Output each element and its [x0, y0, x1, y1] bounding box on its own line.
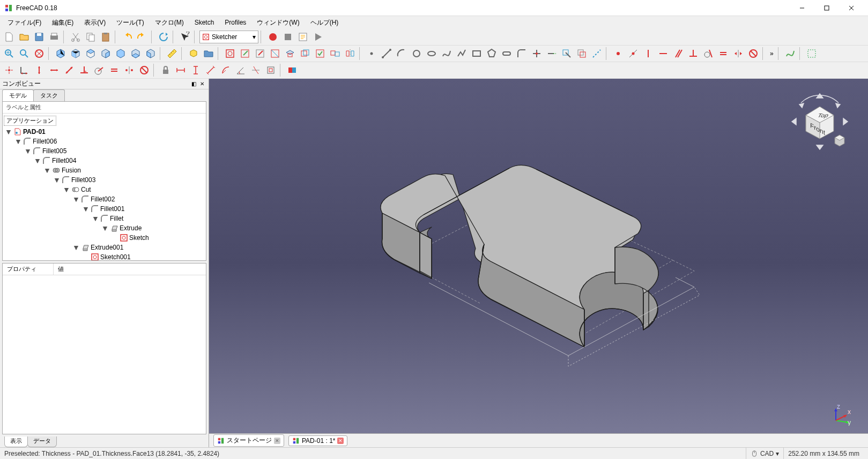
tree-twisty-icon[interactable]: ⯆	[24, 148, 32, 154]
constraint-internal-button[interactable]	[264, 63, 278, 77]
paste-button[interactable]	[99, 30, 113, 44]
sketch-merge-button[interactable]	[328, 47, 342, 61]
tree-application[interactable]: アプリケーション	[4, 116, 56, 126]
print-button[interactable]	[47, 30, 61, 44]
macro-play-button[interactable]	[311, 30, 325, 44]
constraint-sym-dim-button[interactable]	[122, 63, 136, 77]
toolbar-overflow-icon[interactable]: »	[768, 50, 776, 57]
redo-button[interactable]	[135, 30, 149, 44]
tree-item-cut[interactable]: ⯆Cut	[3, 185, 206, 194]
constraint-hdist-button[interactable]	[17, 63, 31, 77]
measure-button[interactable]	[165, 47, 179, 61]
constraint-vdistx-button[interactable]	[189, 63, 203, 77]
constraint-radius-dim-button[interactable]	[92, 63, 106, 77]
constraint-radius-button[interactable]	[219, 63, 233, 77]
tree-twisty-icon[interactable]: ⯆	[5, 129, 12, 135]
constraint-vertical-button[interactable]	[641, 47, 655, 61]
constraint-lock-dim-button[interactable]	[2, 63, 16, 77]
geom-arc-button[interactable]	[395, 47, 409, 61]
3d-model[interactable]	[351, 116, 726, 383]
cut-button[interactable]	[69, 30, 83, 44]
save-button[interactable]	[32, 30, 46, 44]
constraint-equal-button[interactable]	[716, 47, 730, 61]
menu-help[interactable]: ヘルプ(H)	[305, 17, 344, 28]
tree-item-extrude001[interactable]: ⯆Extrude001	[3, 243, 206, 252]
constraint-horizontal-button[interactable]	[656, 47, 670, 61]
geom-trim-button[interactable]	[530, 47, 544, 61]
tree-twisty-icon[interactable]: ⯆	[72, 245, 80, 251]
maximize-button[interactable]	[814, 0, 839, 16]
constraint-angle-button[interactable]	[234, 63, 248, 77]
geom-conic-button[interactable]	[425, 47, 439, 61]
tree-twisty-icon[interactable]: ⯆	[72, 197, 80, 202]
new-file-button[interactable]	[2, 30, 16, 44]
dock-float-button[interactable]: ◧	[189, 80, 198, 88]
sketch-mirror-button[interactable]	[343, 47, 357, 61]
bottom-view-button[interactable]	[129, 47, 143, 61]
constraint-distance-button[interactable]	[204, 63, 218, 77]
tree-twisty-icon[interactable]: ⯆	[34, 158, 41, 164]
constraint-block-button[interactable]	[746, 47, 760, 61]
constraint-point-on-button[interactable]	[626, 47, 640, 61]
constraint-perp-dim-button[interactable]	[77, 63, 91, 77]
tree-view[interactable]: ラベルと属性 アプリケーション ⯆ PAD-01 ⯆Fillet006⯆Fill…	[2, 101, 206, 261]
geom-construction-button[interactable]	[590, 47, 604, 61]
workbench-selector[interactable]: Sketcher ▾	[199, 31, 258, 43]
group-create-button[interactable]	[202, 47, 216, 61]
tree-doc-root[interactable]: ⯆ PAD-01	[3, 127, 206, 137]
navigation-cube[interactable]: Top Front	[788, 89, 852, 154]
geom-circle-button[interactable]	[410, 47, 424, 61]
close-button[interactable]	[839, 0, 864, 16]
tree-twisty-icon[interactable]: ⯆	[43, 168, 51, 174]
minimize-button[interactable]	[790, 0, 814, 16]
open-file-button[interactable]	[17, 30, 31, 44]
tree-item-fillet005[interactable]: ⯆Fillet005	[3, 146, 206, 156]
tab-view[interactable]: 表示	[4, 437, 28, 447]
sketch-reorient-button[interactable]	[298, 47, 312, 61]
whats-this-button[interactable]: ?	[178, 30, 192, 44]
tab-data[interactable]: データ	[27, 437, 57, 447]
geom-slot-button[interactable]	[500, 47, 514, 61]
constraint-block-dim-button[interactable]	[137, 63, 151, 77]
bspline-tool-button[interactable]	[783, 47, 797, 61]
menu-macro[interactable]: マクロ(M)	[150, 17, 189, 28]
left-view-button[interactable]	[144, 47, 158, 61]
constraint-diag-dim-button[interactable]	[62, 63, 76, 77]
constraint-lock-button[interactable]	[159, 63, 173, 77]
right-view-button[interactable]	[99, 47, 113, 61]
virtual-space-button[interactable]	[805, 47, 819, 61]
tree-item-extrude[interactable]: ⯆Extrude	[3, 223, 206, 233]
geom-rectangle-button[interactable]	[470, 47, 484, 61]
menu-window[interactable]: ウィンドウ(W)	[251, 17, 305, 28]
close-icon[interactable]: ✕	[274, 438, 280, 444]
geom-fillet-button[interactable]	[515, 47, 529, 61]
sketch-edit-button[interactable]	[238, 47, 252, 61]
tree-item-fillet001[interactable]: ⯆Fillet001	[3, 204, 206, 214]
sketch-map-button[interactable]	[283, 47, 297, 61]
part-create-button[interactable]	[187, 47, 201, 61]
tab-model[interactable]: モデル	[2, 89, 34, 101]
constraint-symmetric-button[interactable]	[731, 47, 745, 61]
geom-polyline-button[interactable]	[455, 47, 469, 61]
doctab-start[interactable]: スタートページ ✕	[213, 434, 284, 447]
constraint-parallel-button[interactable]	[671, 47, 685, 61]
tree-item-sketch001[interactable]: Sketch001	[3, 252, 206, 261]
macro-stop-button[interactable]	[281, 30, 295, 44]
constraint-hdistx-button[interactable]	[174, 63, 188, 77]
tree-item-sketch[interactable]: Sketch	[3, 233, 206, 243]
rear-view-button[interactable]	[114, 47, 128, 61]
menu-edit[interactable]: 編集(E)	[47, 17, 79, 28]
copy-button[interactable]	[84, 30, 98, 44]
top-view-button[interactable]	[84, 47, 98, 61]
fit-selection-button[interactable]	[17, 47, 31, 61]
menu-tools[interactable]: ツール(T)	[111, 17, 149, 28]
constraint-vdist-button[interactable]	[32, 63, 46, 77]
3d-viewport[interactable]: Top Front z y x スタートページ ✕	[209, 79, 868, 447]
macro-list-button[interactable]	[296, 30, 310, 44]
tab-task[interactable]: タスク	[33, 89, 65, 101]
menu-file[interactable]: ファイル(F)	[2, 17, 47, 28]
tree-item-fillet004[interactable]: ⯆Fillet004	[3, 156, 206, 165]
constraint-equal-dim-button[interactable]	[107, 63, 121, 77]
tree-item-fillet006[interactable]: ⯆Fillet006	[3, 137, 206, 146]
dock-close-button[interactable]: ✕	[198, 80, 206, 88]
